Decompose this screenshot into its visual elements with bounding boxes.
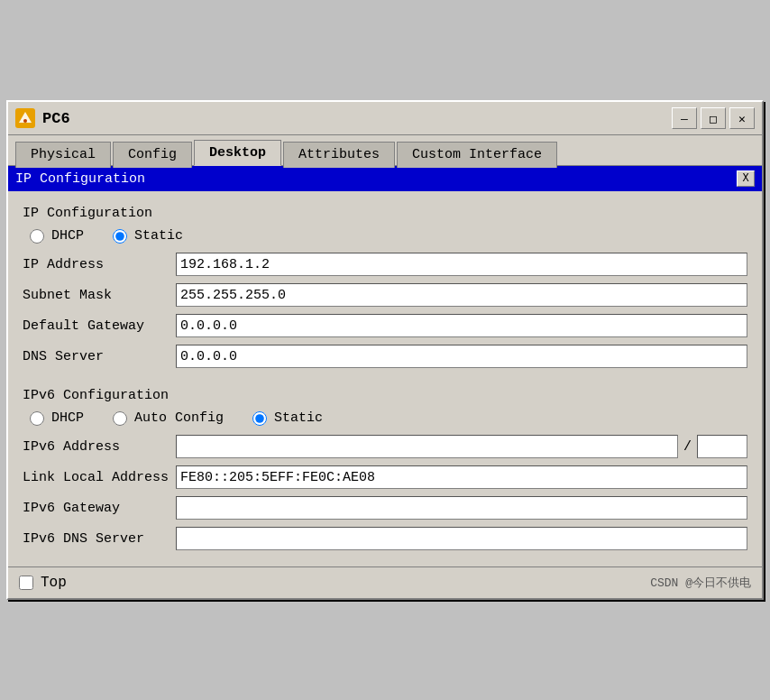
ipv6-gateway-label: IPv6 Gateway bbox=[23, 501, 176, 516]
ipv6-dhcp-radio[interactable] bbox=[30, 411, 44, 426]
dhcp-radio[interactable] bbox=[30, 229, 44, 244]
ipv6-radio-row: DHCP Auto Config Static bbox=[30, 410, 747, 426]
subnet-mask-label: Subnet Mask bbox=[23, 288, 176, 303]
ipv6-gateway-input[interactable] bbox=[176, 496, 747, 520]
ipv6-section: IPv6 Configuration DHCP Auto Config Stat… bbox=[23, 382, 747, 557]
app-icon bbox=[15, 108, 35, 128]
default-gateway-row: Default Gateway bbox=[23, 314, 747, 337]
ipv6-dns-input[interactable] bbox=[176, 527, 747, 550]
ip-address-label: IP Address bbox=[23, 257, 176, 272]
tab-bar: Physical Config Desktop Attributes Custo… bbox=[8, 135, 762, 166]
window-controls: — □ ✕ bbox=[672, 107, 755, 129]
panel-title-bar: IP Configuration X bbox=[8, 166, 762, 191]
tab-desktop[interactable]: Desktop bbox=[194, 140, 281, 166]
ipv6-dhcp-label: DHCP bbox=[51, 410, 84, 426]
ipv6-static-label: Static bbox=[274, 410, 323, 426]
footer: Top CSDN @今日不供电 bbox=[8, 566, 762, 598]
ipv6-static-radio[interactable] bbox=[252, 411, 267, 426]
link-local-input[interactable] bbox=[176, 465, 747, 489]
ipv6-dhcp-radio-label[interactable]: DHCP bbox=[30, 410, 84, 426]
content-area: IP Configuration X IP Configuration DHCP… bbox=[8, 166, 762, 566]
default-gateway-input[interactable] bbox=[176, 314, 747, 337]
dns-server-input[interactable] bbox=[176, 345, 747, 368]
ip-config-section-title: IP Configuration bbox=[23, 206, 747, 221]
subnet-mask-input[interactable] bbox=[176, 283, 747, 307]
ipv6-auto-radio[interactable] bbox=[113, 411, 127, 426]
top-row: Top bbox=[19, 575, 67, 591]
ipv6-address-label: IPv6 Address bbox=[23, 439, 176, 455]
ipv6-address-row: IPv6 Address / bbox=[23, 435, 747, 458]
main-window: PC6 — □ ✕ Physical Config Desktop Attrib… bbox=[6, 100, 764, 600]
panel-title: IP Configuration bbox=[15, 171, 145, 187]
dhcp-label: DHCP bbox=[51, 228, 84, 244]
title-bar: PC6 — □ ✕ bbox=[8, 102, 762, 135]
static-radio[interactable] bbox=[113, 229, 127, 244]
ipv6-auto-radio-label[interactable]: Auto Config bbox=[113, 410, 224, 426]
watermark: CSDN @今日不供电 bbox=[650, 575, 751, 591]
link-local-row: Link Local Address bbox=[23, 465, 747, 489]
ipv6-gateway-row: IPv6 Gateway bbox=[23, 496, 747, 520]
maximize-button[interactable]: □ bbox=[701, 107, 726, 129]
tab-custom-interface[interactable]: Custom Interface bbox=[397, 142, 557, 168]
ipv6-dns-row: IPv6 DNS Server bbox=[23, 527, 747, 550]
ipv6-static-radio-label[interactable]: Static bbox=[252, 410, 323, 426]
prefix-separator: / bbox=[683, 439, 692, 455]
dhcp-radio-label[interactable]: DHCP bbox=[30, 228, 84, 244]
link-local-label: Link Local Address bbox=[23, 470, 176, 485]
tab-physical[interactable]: Physical bbox=[15, 142, 111, 168]
dns-server-label: DNS Server bbox=[23, 349, 176, 364]
top-label: Top bbox=[41, 575, 67, 591]
ip-radio-row: DHCP Static bbox=[30, 228, 747, 244]
ipv6-prefix-input[interactable] bbox=[697, 435, 747, 458]
ip-address-input[interactable] bbox=[176, 253, 747, 276]
ipv6-config-section-title: IPv6 Configuration bbox=[23, 388, 747, 403]
ip-address-row: IP Address bbox=[23, 253, 747, 276]
ipv6-address-input[interactable] bbox=[176, 435, 678, 458]
tab-attributes[interactable]: Attributes bbox=[283, 142, 395, 168]
window-title: PC6 bbox=[42, 110, 665, 127]
ipv6-auto-label: Auto Config bbox=[134, 410, 224, 426]
static-label: Static bbox=[134, 228, 183, 244]
subnet-mask-row: Subnet Mask bbox=[23, 283, 747, 307]
default-gateway-label: Default Gateway bbox=[23, 318, 176, 334]
top-checkbox[interactable] bbox=[19, 576, 33, 590]
close-button[interactable]: ✕ bbox=[729, 107, 755, 129]
tab-config[interactable]: Config bbox=[113, 142, 192, 168]
static-radio-label[interactable]: Static bbox=[113, 228, 183, 244]
ip-config-form: IP Configuration DHCP Static IP Address … bbox=[8, 191, 762, 566]
panel-close-button[interactable]: X bbox=[737, 170, 755, 187]
minimize-button[interactable]: — bbox=[672, 107, 697, 129]
dns-server-row: DNS Server bbox=[23, 345, 747, 368]
ipv6-dns-label: IPv6 DNS Server bbox=[23, 531, 176, 547]
svg-point-2 bbox=[23, 119, 27, 123]
